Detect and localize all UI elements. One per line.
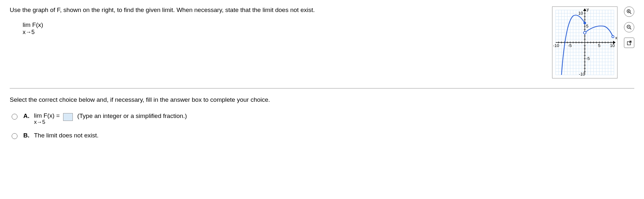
tick-x-10: 10: [610, 43, 615, 48]
choice-a-hint: (Type an integer or a simplified fractio…: [77, 112, 187, 120]
zoom-in-button[interactable]: [624, 6, 634, 17]
choice-a-limit-bottom: x→5: [34, 119, 60, 125]
choice-a-limit-top: lim F(x) =: [34, 112, 60, 119]
choice-a-limit: lim F(x) = x→5: [34, 112, 60, 125]
limit-top: lim F(x): [23, 21, 539, 29]
graph-plot: y x 10 5 -5 -10 -10 -5 5 10: [552, 6, 617, 78]
choice-b: B. The limit does not exist.: [12, 132, 634, 139]
svg-point-82: [583, 22, 586, 24]
radio-a[interactable]: [12, 114, 17, 120]
svg-marker-45: [583, 9, 586, 11]
choice-instruction: Select the correct choice below and, if …: [10, 96, 634, 103]
limit-bottom: x→5: [23, 29, 539, 36]
tick-y-10: 10: [578, 11, 583, 16]
zoom-out-icon: [627, 25, 632, 30]
tick-y-neg5: -5: [586, 56, 590, 61]
choice-b-letter: B.: [23, 132, 29, 139]
section-divider: [10, 88, 634, 88]
y-axis-label: y: [587, 7, 589, 12]
open-new-icon: [627, 41, 632, 45]
radio-b[interactable]: [12, 133, 17, 139]
zoom-out-button[interactable]: [624, 22, 634, 32]
tick-y-neg10: -10: [579, 72, 585, 76]
x-axis-label: x: [615, 35, 617, 40]
choice-a-letter: A.: [23, 112, 29, 120]
tick-x-neg5: -5: [568, 43, 572, 48]
answer-input[interactable]: [63, 113, 73, 121]
limit-expression: lim F(x) x→5: [23, 21, 539, 36]
svg-point-83: [583, 31, 586, 34]
choice-a: A. lim F(x) = x→5 (Type an integer or a …: [12, 112, 634, 125]
svg-point-84: [612, 36, 614, 38]
tick-y-5: 5: [586, 24, 588, 29]
open-new-button[interactable]: [624, 38, 634, 48]
tick-x-5: 5: [598, 43, 600, 48]
svg-line-90: [630, 28, 631, 29]
question-prompt: Use the graph of F, shown on the right, …: [10, 6, 539, 14]
svg-line-86: [630, 12, 631, 14]
choice-b-text: The limit does not exist.: [34, 132, 99, 139]
zoom-in-icon: [627, 9, 632, 14]
tick-x-neg10: -10: [553, 43, 559, 48]
